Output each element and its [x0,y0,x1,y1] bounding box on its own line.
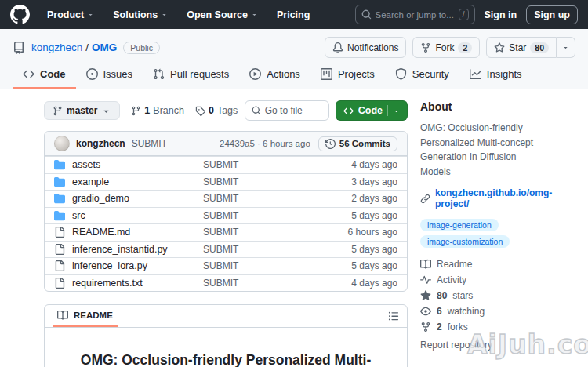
star-icon [494,42,505,53]
book-icon [420,259,431,270]
repo-action-buttons: Notifications Fork 2 Star 80 [325,37,575,58]
repo-name-link[interactable]: OMG [92,42,117,53]
chevron-down-icon [393,107,400,114]
forks-link[interactable]: 2 forks [420,322,544,332]
search-icon [252,106,261,115]
tab-insights[interactable]: Insights [459,61,532,89]
stars-link[interactable]: 80 stars [420,290,544,301]
file-commit-message[interactable]: SUBMIT [203,260,319,271]
bell-icon [332,42,343,53]
divider [387,105,388,116]
file-name[interactable]: gradio_demo [72,193,129,204]
file-name[interactable]: inference_lora.py [72,260,147,271]
commits-count-label: 56 Commits [339,139,390,148]
nav-item-solutions-label: Solutions [113,9,158,20]
tab-projects-label: Projects [338,68,375,80]
avatar[interactable] [54,136,70,151]
topic-tag[interactable]: image-generation [420,219,499,231]
file-commit-message[interactable]: SUBMIT [203,210,319,221]
code-icon [23,68,34,80]
notifications-button[interactable]: Notifications [325,37,406,58]
issue-opened-icon [86,68,98,80]
tab-projects[interactable]: Projects [310,61,385,89]
table-row[interactable]: requirements.txt SUBMIT 4 days ago [45,274,407,292]
about-title: About [420,100,544,113]
go-to-file-box[interactable] [245,100,329,121]
watching-link[interactable]: 6 watching [420,306,544,317]
table-row[interactable]: example SUBMIT 3 days ago [45,173,407,191]
latest-commit-bar: kongzhecn SUBMIT 24439a5 · 6 hours ago 5… [45,132,407,156]
code-download-button[interactable]: Code [336,100,408,121]
branch-selector[interactable]: master [44,101,120,120]
github-logo-icon[interactable] [10,5,34,24]
table-row[interactable]: README.md SUBMIT 6 hours ago [45,223,407,241]
tags-link[interactable]: 0 Tags [195,105,238,116]
readme-tab[interactable]: README [53,305,118,327]
nav-item-pricing[interactable]: Pricing [270,9,316,20]
sign-in-link[interactable]: Sign in [485,9,517,20]
tab-code-label: Code [40,68,66,80]
tags-count: 0 [209,105,214,116]
file-commit-message[interactable]: SUBMIT [203,227,319,238]
file-name[interactable]: requirements.txt [72,278,143,289]
commit-message-link[interactable]: SUBMIT [132,138,167,149]
star-button[interactable]: Star 80 [486,37,557,58]
visibility-badge: Public [123,42,160,54]
file-commit-message[interactable]: SUBMIT [203,193,319,204]
tab-code[interactable]: Code [13,61,76,89]
folder-icon [54,159,65,170]
global-search[interactable]: / [355,5,475,24]
tab-actions[interactable]: Actions [239,61,310,89]
table-row[interactable]: src SUBMIT 5 days ago [45,207,407,224]
branches-link[interactable]: 1 Branch [131,105,184,116]
file-commit-message[interactable]: SUBMIT [203,244,319,255]
table-row[interactable]: inference_instantid.py SUBMIT 5 days ago [45,241,407,258]
file-name[interactable]: README.md [72,227,130,238]
file-name[interactable]: example [72,176,109,187]
nav-item-product-label: Product [47,9,84,20]
topic-tag[interactable]: image-customization [420,235,510,248]
sign-up-button[interactable]: Sign up [526,5,578,24]
file-commit-message[interactable]: SUBMIT [203,159,319,170]
table-row[interactable]: gradio_demo SUBMIT 2 days ago [45,190,407,207]
nav-item-open-source[interactable]: Open Source [180,9,264,20]
fork-button[interactable]: Fork 2 [412,37,480,58]
file-name[interactable]: assets [72,159,100,170]
table-row[interactable]: assets SUBMIT 4 days ago [45,156,407,173]
star-dropdown-button[interactable] [557,37,575,58]
search-input[interactable] [376,10,455,20]
nav-item-pricing-label: Pricing [277,9,310,20]
pulse-icon [420,274,431,285]
activity-link[interactable]: Activity [420,274,544,285]
table-row[interactable]: inference_lora.py SUBMIT 5 days ago [45,257,407,274]
folder-icon [54,193,65,204]
nav-item-solutions[interactable]: Solutions [107,9,174,20]
file-commit-message[interactable]: SUBMIT [203,176,319,187]
commit-history-button[interactable]: 56 Commits [318,136,397,151]
tags-label: Tags [217,105,238,116]
forks-label: forks [448,322,468,332]
repo-owner-link[interactable]: kongzhecn [31,42,82,53]
fork-icon [420,322,431,332]
tab-security[interactable]: Security [385,61,459,89]
tab-issues-label: Issues [103,68,133,80]
readme-link[interactable]: Readme [420,259,544,270]
report-repository-link[interactable]: Report repository [420,340,544,351]
repo-website-link[interactable]: kongzhecn.github.io/omg-project/ [420,187,544,209]
commit-author-link[interactable]: kongzhecn [76,138,125,149]
repo-header: kongzhecn / OMG Public Notifications For… [0,29,588,89]
book-icon [57,310,68,321]
divider [420,362,544,362]
file-commit-time: 5 days ago [319,260,397,271]
file-name[interactable]: inference_instantid.py [72,244,168,255]
tab-issues[interactable]: Issues [76,61,143,89]
topnav-right-group: / Sign in Sign up [355,5,579,24]
outline-list-icon[interactable] [388,311,399,322]
commit-hash-time[interactable]: 24439a5 · 6 hours ago [220,139,310,148]
file-name[interactable]: src [72,210,85,221]
file-icon [54,278,65,289]
tab-pull-requests[interactable]: Pull requests [143,61,239,89]
go-to-file-input[interactable] [265,105,322,116]
nav-item-product[interactable]: Product [41,9,100,20]
file-commit-message[interactable]: SUBMIT [203,278,319,289]
